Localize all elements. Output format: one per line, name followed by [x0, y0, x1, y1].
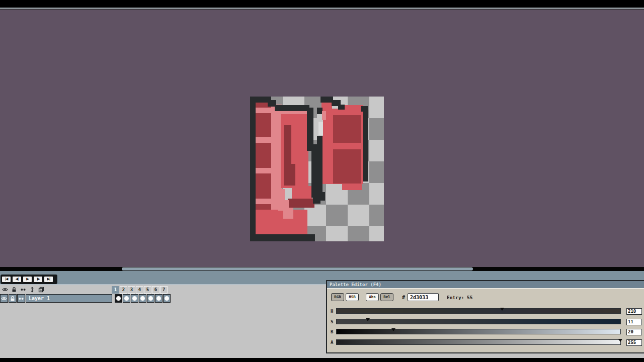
timeline-header-icons	[1, 286, 45, 294]
lock-icon	[11, 287, 17, 293]
slider-marker-s[interactable]	[366, 318, 370, 321]
timeline-onion-skin-dots-toggle[interactable]	[19, 286, 27, 294]
slider-label-h: H	[331, 309, 333, 314]
cel-content-dot	[132, 296, 137, 301]
frame-header-5[interactable]: 5	[144, 286, 151, 294]
layer-icon-buttons	[0, 294, 26, 303]
top-letterbox	[0, 0, 644, 8]
frame-header-4[interactable]: 4	[136, 286, 143, 294]
hex-color-input[interactable]	[408, 293, 439, 301]
lock-icon	[10, 296, 16, 302]
cel-frame-1[interactable]	[115, 294, 122, 303]
slider-value-h[interactable]: 210	[626, 308, 642, 315]
frame-header-3[interactable]: 3	[128, 286, 135, 294]
timeline-duplicate-toggle[interactable]	[37, 286, 45, 294]
entry-index-label: Entry: 55	[447, 295, 472, 300]
timeline-frame-headers: 1234567	[112, 286, 168, 294]
layer-name[interactable]: Layer 1	[26, 294, 112, 303]
cel-frame-5[interactable]	[147, 294, 154, 303]
timeline-lock-toggle[interactable]	[10, 286, 18, 294]
layer-eye-toggle[interactable]	[0, 294, 8, 303]
cel-frame-2[interactable]	[123, 294, 130, 303]
cel-content-dot	[165, 296, 169, 301]
eye-icon	[1, 296, 7, 302]
bottom-letterbox	[0, 358, 644, 362]
slider-row-b: B20	[327, 329, 644, 336]
color-mode-buttons: RGBHSB	[331, 293, 360, 301]
slider-label-b: B	[331, 329, 333, 334]
slider-label-s: S	[331, 319, 333, 324]
slider-value-s[interactable]: 11	[626, 319, 642, 325]
eye-icon	[2, 287, 8, 293]
slider-row-a: A255	[327, 339, 644, 346]
cel-content-dot	[140, 296, 145, 301]
cel-content-dot	[148, 296, 153, 301]
timeline-layer-row: Layer 1	[0, 294, 171, 303]
layer-onion-skin-dots-toggle[interactable]	[17, 294, 25, 303]
playback-controls: |◀◀|▶|▶▶|	[1, 275, 57, 284]
frame-header-6[interactable]: 6	[152, 286, 159, 294]
layer-cel-cells	[115, 294, 171, 303]
play-button[interactable]: ▶	[23, 276, 32, 283]
go-first-frame-button[interactable]: |◀	[2, 276, 11, 283]
onion-skin-dots-icon	[18, 296, 24, 302]
horizontal-scrollbar	[0, 267, 644, 271]
go-last-frame-button[interactable]: ▶|	[44, 276, 53, 283]
cel-content-dot	[116, 296, 121, 301]
timeline-frame-order-toggle[interactable]	[28, 286, 36, 294]
onion-skin-dots-icon	[20, 287, 26, 293]
range-mode-rel-button[interactable]: Rel	[380, 293, 393, 301]
cel-frame-6[interactable]	[155, 294, 163, 303]
slider-track-h[interactable]	[336, 308, 621, 314]
slider-track-s[interactable]	[336, 319, 621, 324]
sprite-pixel-art	[250, 97, 384, 241]
palette-editor-controls: RGBHSB AbsRel # Entry: 55	[331, 293, 473, 302]
slider-marker-h[interactable]	[500, 308, 504, 311]
frame-order-icon	[29, 287, 35, 293]
app-window: |◀◀|▶|▶▶| 1234567 Layer 1 Palette Editor…	[0, 0, 644, 362]
palette-editor-panel: Palette Editor (F4) RGBHSB AbsRel # Entr…	[326, 280, 644, 353]
slider-value-a[interactable]: 255	[626, 339, 642, 346]
slider-track-b[interactable]	[336, 329, 621, 334]
slider-marker-b[interactable]	[391, 328, 395, 331]
go-previous-frame-button[interactable]: ◀|	[12, 276, 22, 283]
slider-value-b[interactable]: 20	[626, 329, 642, 335]
color-mode-hsb-button[interactable]: HSB	[346, 293, 359, 301]
cel-frame-3[interactable]	[131, 294, 138, 303]
slider-label-a: A	[331, 340, 333, 345]
canvas-workspace[interactable]	[0, 10, 644, 267]
cel-frame-7[interactable]	[163, 294, 171, 303]
horizontal-scrollbar-thumb[interactable]	[122, 267, 473, 270]
frame-header-1[interactable]: 1	[112, 286, 119, 294]
slider-marker-a[interactable]	[618, 339, 622, 342]
color-mode-rgb-button[interactable]: RGB	[331, 293, 344, 301]
frame-header-7[interactable]: 7	[160, 286, 168, 294]
abs-rel-buttons: AbsRel	[366, 293, 395, 301]
hex-prefix-label: #	[402, 295, 405, 300]
sprite-canvas[interactable]	[250, 97, 384, 241]
slider-track-a[interactable]	[336, 339, 621, 345]
frame-header-2[interactable]: 2	[120, 286, 127, 294]
cel-frame-4[interactable]	[139, 294, 146, 303]
layer-lock-toggle[interactable]	[9, 294, 17, 303]
range-mode-abs-button[interactable]: Abs	[366, 293, 379, 301]
timeline-eye-toggle[interactable]	[1, 286, 9, 294]
go-next-frame-button[interactable]: |▶	[33, 276, 43, 283]
cel-content-dot	[124, 296, 129, 301]
slider-row-h: H210	[327, 308, 644, 315]
palette-editor-title: Palette Editor (F4)	[327, 281, 644, 289]
cel-content-dot	[156, 296, 161, 301]
duplicate-icon	[38, 287, 44, 293]
slider-row-s: S11	[327, 319, 644, 326]
